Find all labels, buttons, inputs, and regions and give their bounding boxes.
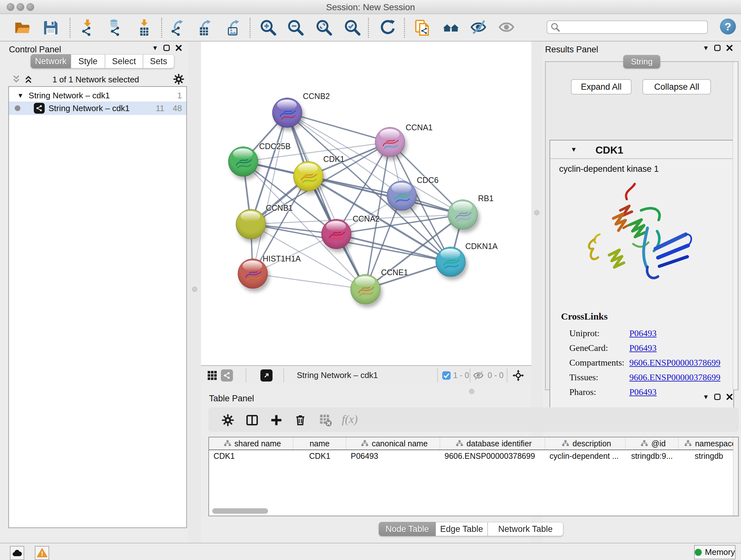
search-input[interactable] — [560, 22, 707, 32]
tab-style[interactable]: Style — [71, 54, 105, 68]
tab-sets[interactable]: Sets — [143, 54, 174, 68]
zoom-selected-button[interactable] — [344, 19, 361, 37]
zoom-fit-button[interactable] — [315, 19, 333, 37]
hide-selected-button[interactable] — [470, 19, 488, 37]
table-vertical-scrollbar[interactable] — [733, 437, 738, 516]
memory-button[interactable]: Memory — [694, 545, 736, 559]
column-header[interactable]: database identifier — [440, 437, 545, 449]
network-node-CCNE1[interactable] — [350, 274, 381, 304]
cell-canonical-name[interactable]: P06493 — [346, 451, 440, 463]
results-scrollbar[interactable] — [733, 62, 737, 389]
cell-description[interactable]: cyclin-dependent ... — [545, 451, 625, 463]
crosslink-link[interactable]: P06493 — [629, 328, 657, 338]
export-network-button[interactable] — [169, 19, 186, 37]
network-node-CDC25B[interactable] — [228, 146, 258, 177]
close-panel-icon[interactable] — [726, 44, 733, 52]
network-node-CCNA2[interactable] — [321, 219, 351, 249]
cell-name[interactable]: CDK1 — [293, 451, 346, 463]
crosslink-link[interactable]: 9606.ENSP00000378699 — [629, 358, 720, 368]
close-panel-icon[interactable] — [175, 44, 183, 52]
table-options-button[interactable] — [221, 413, 235, 427]
panel-menu-icon[interactable]: ▼ — [152, 45, 158, 51]
network-options-gear-icon[interactable] — [173, 73, 185, 85]
tab-network-table[interactable]: Network Table — [488, 522, 563, 536]
node-table[interactable]: shared name name canonical name database… — [208, 437, 739, 516]
column-header[interactable]: canonical name — [346, 437, 440, 449]
detach-view-button[interactable] — [260, 369, 273, 381]
network-node-CCNA1[interactable] — [375, 127, 405, 157]
cloud-tasks-button[interactable] — [10, 546, 24, 560]
expand-all-button[interactable]: Expand All — [571, 79, 631, 95]
cell-id[interactable]: stringdb:9... — [625, 451, 678, 463]
network-node-CCNB1[interactable] — [236, 209, 266, 239]
tab-string[interactable]: String — [623, 55, 660, 68]
network-edge-CCNB2-HIST1H1A[interactable] — [253, 113, 287, 273]
show-columns-button[interactable] — [245, 413, 259, 427]
export-table-button[interactable] — [196, 19, 213, 37]
tab-network[interactable]: Network — [30, 54, 71, 68]
view-grid-button[interactable] — [206, 369, 218, 381]
network-edge-HIST1H1A-CCNE1[interactable] — [253, 273, 365, 289]
zoom-out-button[interactable] — [287, 19, 305, 37]
crosslink-link[interactable]: P06493 — [629, 343, 657, 353]
help-button[interactable]: ? — [720, 18, 736, 35]
tab-select[interactable]: Select — [105, 54, 143, 68]
column-header[interactable]: namespace — [678, 437, 739, 449]
cell-namespace[interactable]: stringdb — [678, 451, 739, 463]
tab-node-table[interactable]: Node Table — [379, 522, 435, 536]
expand-all-networks-icon[interactable] — [11, 74, 22, 84]
float-panel-icon[interactable] — [163, 44, 171, 52]
export-image-button[interactable] — [224, 19, 242, 37]
table-row[interactable]: CDK1 CDK1 P06493 9606.ENSP00000378699 cy… — [209, 451, 734, 463]
left-splitter[interactable] — [188, 42, 201, 543]
column-header[interactable]: description — [545, 437, 625, 449]
selected-checkbox[interactable] — [441, 369, 453, 381]
import-network-from-database-button[interactable] — [106, 19, 124, 37]
save-session-button[interactable] — [42, 19, 60, 37]
network-node-CDKN1A[interactable] — [435, 247, 466, 277]
import-network-from-file-button[interactable] — [78, 19, 96, 37]
tree-expander-icon[interactable]: ▼ — [17, 92, 23, 99]
gene-expander-icon[interactable]: ▼ — [570, 146, 577, 152]
gene-card-header[interactable]: ▼ CDK1 — [550, 140, 733, 159]
zoom-in-button[interactable] — [259, 19, 277, 37]
float-panel-icon[interactable] — [714, 393, 721, 401]
splitter-handle[interactable] — [534, 210, 539, 215]
refresh-network-button[interactable] — [379, 19, 397, 37]
column-header[interactable]: @id — [625, 437, 678, 449]
open-session-button[interactable] — [13, 19, 31, 37]
column-header[interactable]: shared name — [209, 437, 293, 449]
hidden-eye-icon[interactable] — [472, 369, 484, 381]
network-node-CDC6[interactable] — [387, 181, 417, 211]
show-all-button[interactable] — [498, 19, 516, 37]
function-builder-button[interactable]: f(x) — [342, 413, 358, 426]
panel-menu-icon[interactable]: ▼ — [703, 45, 709, 51]
network-node-CCNB2[interactable] — [272, 98, 302, 128]
collapse-all-networks-icon[interactable] — [23, 74, 34, 84]
navigator-button[interactable] — [512, 369, 524, 381]
crosslink-link[interactable]: 9606.ENSP00000378699 — [629, 372, 720, 382]
first-neighbors-button[interactable] — [442, 19, 460, 37]
close-panel-icon[interactable] — [726, 393, 733, 401]
delete-column-button[interactable] — [293, 413, 307, 427]
network-node-CDK1[interactable] — [293, 161, 323, 191]
warnings-button[interactable] — [35, 546, 49, 560]
table-horizontal-scrollbar-thumb[interactable] — [212, 508, 268, 514]
network-collection-row[interactable]: ▼ String Network – cdk1 1 — [9, 89, 186, 102]
cell-shared-name[interactable]: CDK1 — [209, 451, 293, 463]
float-panel-icon[interactable] — [714, 44, 721, 52]
tab-edge-table[interactable]: Edge Table — [435, 522, 488, 536]
network-canvas[interactable]: CCNB2CCNA1CDC25BCDK1CDC6RB1CCNB1CCNA2CDK… — [201, 42, 531, 365]
create-column-button[interactable] — [269, 413, 283, 427]
import-table-button[interactable] — [135, 19, 153, 37]
cell-database-identifier[interactable]: 9606.ENSP00000378699 — [440, 451, 545, 463]
column-header[interactable]: name — [293, 437, 346, 449]
network-overview-button[interactable] — [221, 369, 233, 381]
delete-table-button[interactable] — [319, 413, 333, 427]
network-row-selected[interactable]: String Network – cdk1 11 48 — [9, 102, 186, 115]
network-node-RB1[interactable] — [448, 199, 478, 230]
collapse-all-button[interactable]: Collapse All — [643, 79, 711, 95]
search-box[interactable] — [547, 20, 708, 34]
duplicate-network-button[interactable] — [414, 19, 432, 37]
splitter-handle[interactable] — [192, 287, 197, 292]
